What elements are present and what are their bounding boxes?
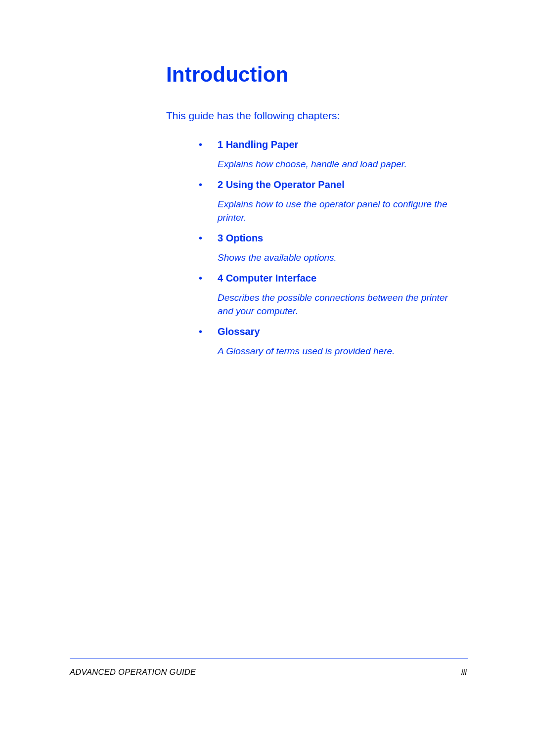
bullet-icon: •	[199, 178, 218, 191]
bullet-icon: •	[199, 325, 218, 338]
chapter-title-link[interactable]: 2 Using the Operator Panel	[218, 179, 345, 190]
footer-divider	[70, 659, 468, 659]
page-number: iii	[461, 667, 467, 677]
chapter-item: • 4 Computer Interface Describes the pos…	[199, 271, 456, 318]
chapter-list: • 1 Handling Paper Explains how choose, …	[199, 133, 456, 365]
chapter-title-link[interactable]: 4 Computer Interface	[218, 273, 316, 284]
chapter-title-link[interactable]: 1 Handling Paper	[218, 139, 298, 150]
bullet-icon: •	[199, 138, 218, 151]
chapter-item: • 3 Options Shows the available options.	[199, 231, 456, 264]
chapter-description: Explains how to use the operator panel t…	[218, 197, 455, 224]
chapter-item: • 2 Using the Operator Panel Explains ho…	[199, 178, 456, 224]
page-title: Introduction	[166, 63, 288, 87]
chapter-description: Describes the possible connections betwe…	[218, 291, 455, 318]
chapter-item: • Glossary A Glossary of terms used is p…	[199, 325, 456, 358]
document-page: Introduction This guide has the followin…	[0, 0, 534, 756]
chapter-title-link[interactable]: Glossary	[218, 326, 260, 337]
chapter-line: • 4 Computer Interface	[199, 271, 456, 285]
bullet-icon: •	[199, 271, 218, 285]
chapter-description: Explains how choose, handle and load pap…	[218, 157, 455, 171]
chapter-line: • 1 Handling Paper	[199, 138, 456, 151]
bullet-icon: •	[199, 231, 218, 245]
footer-document-title: ADVANCED OPERATION GUIDE	[70, 667, 196, 677]
chapter-description: Shows the available options.	[218, 251, 455, 264]
intro-text: This guide has the following chapters:	[166, 110, 340, 122]
chapter-title-link[interactable]: 3 Options	[218, 233, 263, 244]
chapter-description: A Glossary of terms used is provided her…	[218, 344, 455, 358]
chapter-line: • 2 Using the Operator Panel	[199, 178, 456, 191]
chapter-line: • 3 Options	[199, 231, 456, 245]
chapter-line: • Glossary	[199, 325, 456, 338]
chapter-item: • 1 Handling Paper Explains how choose, …	[199, 138, 456, 171]
